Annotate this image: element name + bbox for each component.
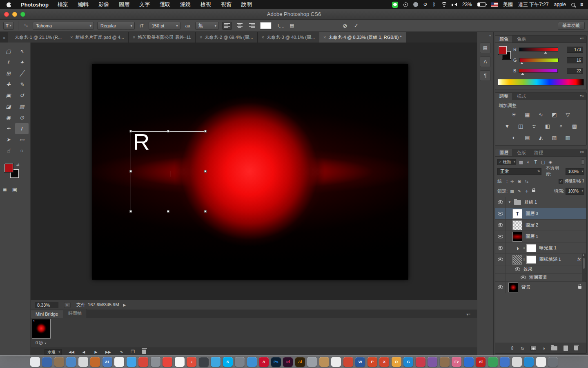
close-tab-icon[interactable]: × [200,35,202,40]
visibility-toggle[interactable] [495,242,506,254]
quick-selection-tool[interactable]: ✦ [15,57,29,68]
channel-slider[interactable] [519,69,558,73]
lock-all-icon[interactable] [532,190,535,192]
evernote-status-icon[interactable] [413,2,418,7]
menu-item[interactable]: 視窗 [221,1,232,8]
zoom-level-field[interactable]: 8.33% [35,302,58,308]
dock-app-icon[interactable] [416,357,425,367]
layer-mask-thumbnail[interactable] [526,256,536,264]
panel-tab[interactable]: 調整 [495,93,513,100]
document-tab[interactable]: ×未命名-2 @ 69.4% (圖... [196,32,258,43]
layer-thumbnail[interactable] [512,232,522,242]
text-color-swatch[interactable] [260,22,272,29]
close-tab-icon[interactable]: × [70,35,73,40]
align-left-button[interactable] [222,22,232,30]
screen-mode-button[interactable]: ▣ [12,186,17,193]
visibility-toggle[interactable] [495,208,506,219]
zoom-tool[interactable]: ○ [15,145,29,156]
panel-menu-icon[interactable]: ▾≡ [464,312,473,316]
layer-filter-type-select[interactable]: ⌕種類 [497,159,516,165]
menu-item[interactable]: 說明 [241,1,252,8]
first-frame-button[interactable]: ◀◀ [67,350,76,354]
pen-tool[interactable]: ✒ [2,123,15,134]
dock-app-icon[interactable]: Fz [452,357,461,367]
dock-app-icon[interactable] [235,357,245,367]
type-tool[interactable]: T [15,123,29,134]
menu-item[interactable]: 影像 [98,1,109,8]
menu-item[interactable]: 編輯 [78,1,89,8]
next-frame-button[interactable]: ▶▶ [104,350,112,354]
layers-scrollbar[interactable] [582,254,586,282]
panel-tab[interactable]: 樣式 [513,93,530,100]
dock-app-icon[interactable] [307,357,317,367]
loop-count-select[interactable]: 永遠 [45,349,62,355]
visibility-toggle[interactable] [495,231,506,242]
expand-panels-icon[interactable]: « [489,34,491,38]
opacity-select[interactable]: 100% [566,168,584,175]
layer-row-pattern-fill-1[interactable]: ▼ ∞ 圖樣填滿 1 fx [495,254,586,265]
layer-filter-icon[interactable]: T [532,159,539,165]
document-tab[interactable]: ×未命名-3 @ 40.1% (圖... [258,32,320,43]
visibility-toggle[interactable] [495,254,506,265]
cancel-edits-button[interactable]: ⊘ [341,22,349,30]
transform-handle[interactable] [167,130,169,132]
dock-app-icon[interactable]: S [223,357,233,367]
unify-toggle-icon[interactable]: ◉ [517,179,522,184]
warp-text-button[interactable]: T‿ [275,22,285,30]
effect-visibility-toggle[interactable] [521,276,526,279]
dock-app-icon[interactable] [66,357,76,367]
layer-name[interactable]: 圖層 2 [526,222,538,228]
dock-app-icon[interactable] [488,357,498,367]
brush-tool[interactable]: ✎ [15,79,29,90]
layer-filter-icon[interactable]: ◐ [525,159,531,165]
adjustment-button[interactable]: ◐ [510,134,518,141]
dock-app-icon[interactable] [30,357,40,367]
visibility-toggle[interactable] [495,265,506,273]
workspace-switcher[interactable]: 基本功能 [558,22,585,30]
duplicate-frame-icon[interactable]: ❐ [131,349,135,355]
transform-handle[interactable] [129,170,132,173]
panel-menu-icon[interactable]: ▾≡ [577,36,586,40]
dock-app-icon[interactable]: Al [476,357,486,367]
tween-frames-icon[interactable]: ∿ [120,349,123,355]
lock-toggle-icon[interactable]: ✎ [517,189,522,193]
unify-toggle-icon[interactable]: ⇆ [524,179,530,184]
menu-item[interactable]: 檔案 [58,1,68,8]
layer-row-gradient-overlay[interactable]: ▼ ∞ 漸層覆蓋 fx [495,274,586,282]
animation-frame-thumbnail[interactable]: 1 [32,319,51,339]
effect-visibility-toggle[interactable] [515,267,520,271]
quick-mask-button[interactable]: ◙ [3,186,7,193]
dock-app-icon[interactable] [211,357,220,367]
layer-row-group-1[interactable]: ▼ ∞ 群組 1 fx [495,197,586,208]
dock-app-icon[interactable] [500,357,510,367]
canvas-text-layer[interactable]: R [133,128,149,155]
document-tab[interactable]: 未命名-1 @ 21.1% (R... [8,32,66,43]
panel-tab[interactable]: 顏色 [495,36,513,43]
lock-toggle-icon[interactable]: ✛ [524,189,530,193]
app-menu-name[interactable]: Photoshop [21,2,49,8]
input-source-flag-icon[interactable] [491,2,498,7]
panel-menu-icon[interactable]: ▾≡ [577,150,586,154]
rectangle-tool[interactable]: ▭ [15,134,29,145]
transform-handle[interactable] [204,170,207,173]
rectangular-marquee-tool[interactable]: ▢ [2,46,15,57]
blend-mode-select[interactable]: 正常 [497,168,541,175]
status-expand-icon[interactable]: ▶ [123,303,126,307]
close-tab-icon[interactable]: × [262,35,264,40]
adjustment-button[interactable]: ▦ [523,111,532,118]
input-language-label[interactable]: 美國 [503,1,513,8]
layer-fx-badge[interactable]: fx [577,257,581,262]
panel-tab[interactable]: 路徑 [530,149,547,156]
anti-alias-select[interactable]: 無 [195,22,219,30]
dock-app-icon[interactable] [151,357,160,367]
visibility-toggle[interactable] [495,274,506,281]
dock-app-icon[interactable] [343,357,353,367]
dock-app-icon[interactable]: C [403,357,413,367]
document-tab[interactable]: ×新板名片正反.psd @ 4... [66,32,129,43]
eyedropper-tool[interactable]: ╱ [15,68,29,79]
layer-name[interactable]: 漸層覆蓋 [529,274,547,280]
channel-value-field[interactable]: 16 [567,57,583,63]
swap-colors-icon[interactable]: ⇄ [16,163,20,167]
bottom-panel-tab[interactable]: Mini Bridge [31,310,63,318]
dock-app-icon[interactable]: O [392,357,401,367]
